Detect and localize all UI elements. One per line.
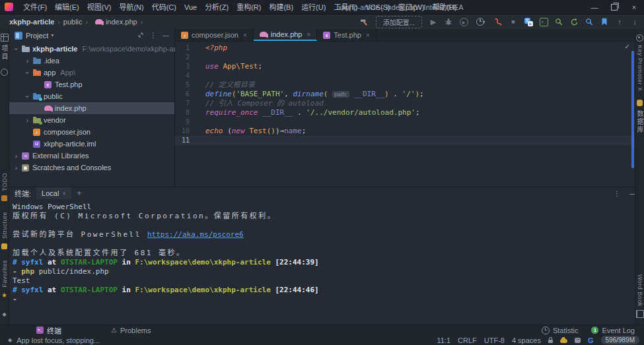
tree-arrow-icon[interactable]: ›: [24, 69, 31, 77]
ext-lib-icon: ≡: [20, 152, 30, 160]
tree-row-xkphp-article.iml[interactable]: IJxkphp-article.iml: [9, 138, 174, 150]
collapse-all-icon[interactable]: [137, 32, 144, 40]
stripe-button-TODO[interactable]: TODO: [0, 173, 10, 204]
phone-icon[interactable]: [493, 16, 503, 27]
menu-item-3[interactable]: 导航(N): [115, 0, 147, 15]
stripe-button-Key Promoter X[interactable]: Key Promoter X: [635, 32, 644, 92]
menu-item-6[interactable]: 分析(Z): [201, 0, 233, 15]
tree-arrow-icon[interactable]: ›: [23, 117, 32, 124]
arrow-down-icon[interactable]: ↓: [629, 16, 640, 27]
tree-row-index.php[interactable]: index.php: [9, 102, 174, 114]
terminal-output[interactable]: Windows PowerShell版权所有 (C) Microsoft Cor…: [9, 199, 644, 304]
minimize-button[interactable]: —: [585, 0, 604, 15]
tree-row-.idea[interactable]: ›.idea: [9, 55, 174, 67]
maximize-button[interactable]: [604, 0, 624, 15]
toolwindow-button-Statistic[interactable]: Statistic: [542, 327, 579, 334]
menu-item-2[interactable]: 视图(V): [83, 0, 116, 15]
terminal-text: Test: [13, 276, 30, 285]
bookmark-blue-icon[interactable]: [599, 16, 610, 27]
status-item-UTF-8[interactable]: UTF-8: [484, 336, 505, 344]
debug-icon[interactable]: [443, 16, 454, 27]
close-icon[interactable]: ×: [62, 190, 66, 197]
tree-arrow-icon[interactable]: ›: [13, 45, 20, 53]
tab-Test.php[interactable]: cTest.php×: [317, 29, 376, 41]
menu-item-0[interactable]: 文件(F): [19, 0, 51, 15]
coverage-icon[interactable]: ▶: [458, 16, 469, 27]
stripe-button-Structure[interactable]: Structure: [0, 212, 10, 251]
menu-item-8[interactable]: 构建(B): [265, 0, 297, 15]
translate-icon[interactable]: 文a: [523, 16, 534, 27]
lock-icon[interactable]: [548, 337, 553, 343]
new-terminal-button[interactable]: +: [77, 189, 81, 198]
tree-row-Test.php[interactable]: cTest.php: [9, 78, 174, 90]
terminal-green-icon[interactable]: >_: [538, 16, 549, 27]
stripe-button-Favorites[interactable]: Favorites★: [0, 260, 10, 300]
close-icon[interactable]: ×: [366, 32, 370, 39]
toolwindow-button-Event Log[interactable]: 1Event Log: [591, 327, 635, 334]
toolwindow-button-终端[interactable]: >_终端: [36, 325, 61, 336]
stripe-button-项目[interactable]: 项目: [0, 32, 10, 61]
terminal-link[interactable]: https://aka.ms/pscore6: [147, 230, 244, 239]
add-configuration-button[interactable]: 添加配置...: [376, 16, 422, 28]
stripe-button-Word Book[interactable]: Word Book: [635, 274, 644, 319]
breadcrumb-item-2[interactable]: index.php: [106, 18, 137, 26]
search-blue-icon[interactable]: [584, 16, 594, 27]
status-item-4 spaces[interactable]: 4 spaces: [512, 336, 541, 344]
memory-indicator[interactable]: 596/989M: [601, 336, 639, 344]
status-item-CRLF[interactable]: CRLF: [458, 336, 477, 344]
stripe-button-diamond[interactable]: ◆: [0, 309, 10, 319]
tree-arrow-icon[interactable]: ›: [23, 57, 32, 65]
editor-scrollbar[interactable]: [631, 51, 634, 168]
stop-icon[interactable]: ■: [508, 16, 519, 27]
breadcrumb-item-1[interactable]: public: [63, 18, 83, 26]
tab-index.php[interactable]: index.php×: [254, 29, 318, 41]
code-line-10: echo (new Test())→name;: [205, 127, 424, 136]
php-file-icon: [260, 32, 268, 37]
code-editor[interactable]: 1234567891011 <?phpuse App\Test;// 定义根目录…: [175, 42, 635, 186]
tree-row-app[interactable]: ›appApp\: [9, 67, 174, 78]
code-token: __DIR__: [262, 108, 293, 117]
toolwindow-button-Problems[interactable]: ⚠Problems: [111, 325, 151, 336]
tree-row-External Libraries[interactable]: ›≡External Libraries: [9, 150, 174, 162]
close-button[interactable]: ×: [624, 0, 644, 15]
code-line-11: [205, 136, 424, 145]
status-item-11:1[interactable]: 11:1: [437, 336, 450, 344]
menu-item-9[interactable]: 运行(U): [297, 0, 330, 15]
tree-row-Scratches and Consoles[interactable]: ›≣Scratches and Consoles: [9, 162, 174, 173]
inspection-ok-icon[interactable]: ✓: [625, 43, 630, 50]
kebab-menu-icon[interactable]: ⋮: [614, 190, 620, 197]
profiler-icon[interactable]: ▾: [474, 16, 488, 27]
kebab-menu-icon[interactable]: ⋮: [150, 32, 157, 39]
hammer-icon[interactable]: [359, 16, 370, 27]
cloud-icon[interactable]: [560, 337, 567, 343]
project-grid-icon: [0, 32, 10, 43]
menu-item-7[interactable]: 重构(R): [233, 0, 265, 15]
sync-green-icon[interactable]: [569, 16, 579, 27]
tree-row-public[interactable]: ›public: [9, 90, 174, 102]
breadcrumb-item-0[interactable]: xkphp-article: [9, 18, 54, 26]
code-token: 'BASE_PATH': [236, 90, 284, 98]
menu-item-5[interactable]: Vue: [180, 0, 201, 15]
tree-row-vendor[interactable]: ›vendor: [9, 114, 174, 126]
run-icon[interactable]: ▶: [428, 16, 439, 27]
tree-arrow-icon[interactable]: ›: [12, 164, 20, 172]
tree-label: External Libraries: [32, 152, 89, 160]
tab-composer.json[interactable]: ♪composer.json×: [175, 29, 254, 41]
minimize-icon[interactable]: —: [162, 32, 169, 39]
arrow-up-icon[interactable]: ↑: [614, 16, 625, 27]
stripe-button-数据库[interactable]: 数据库: [635, 98, 644, 134]
menu-item-4[interactable]: 代码(C): [148, 0, 180, 15]
terminal-tab-local[interactable]: Local ×: [36, 187, 71, 199]
search-green-icon[interactable]: [554, 16, 564, 27]
robot-icon[interactable]: [575, 338, 581, 343]
tree-arrow-icon[interactable]: ›: [12, 152, 20, 160]
tree-row-composer.json[interactable]: ♪composer.json: [9, 126, 174, 138]
google-g-icon[interactable]: G: [588, 336, 594, 344]
tree-row-xkphp-article[interactable]: ›xkphp-articleF:\workspace\demo\xkphp-ar…: [9, 43, 174, 55]
close-icon[interactable]: ×: [307, 31, 311, 38]
close-icon[interactable]: ×: [243, 32, 247, 39]
stripe-button-[interactable]: [0, 67, 10, 77]
tree-arrow-icon[interactable]: ›: [24, 92, 31, 101]
menu-item-1[interactable]: 编辑(E): [51, 0, 83, 15]
chevron-down-icon[interactable]: ▾: [51, 32, 54, 38]
